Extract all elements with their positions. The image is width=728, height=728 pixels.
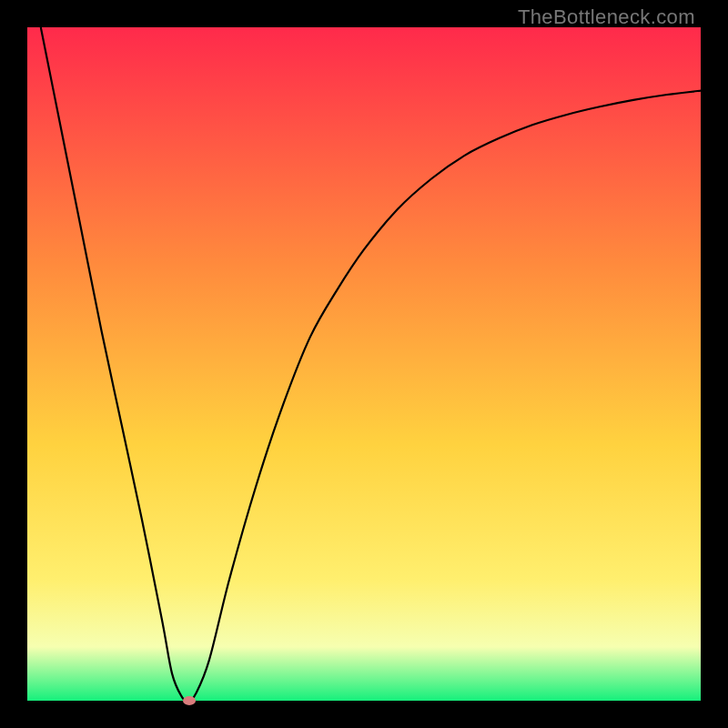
watermark-text: TheBottleneck.com [518, 5, 695, 29]
minimum-marker [183, 696, 196, 705]
chart-frame: TheBottleneck.com [0, 0, 728, 728]
plot-area [27, 27, 701, 701]
bottleneck-curve [27, 27, 701, 701]
